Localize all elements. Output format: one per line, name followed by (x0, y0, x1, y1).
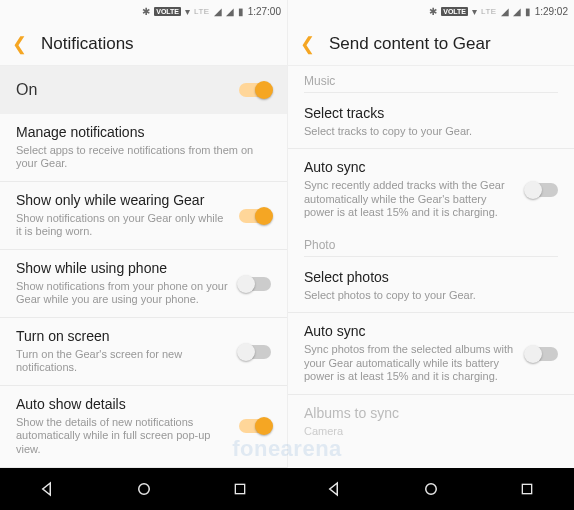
svg-point-2 (426, 484, 437, 495)
nav-recent-icon[interactable] (519, 481, 535, 497)
nav-home-icon[interactable] (422, 480, 440, 498)
signal-icon: ◢ (226, 6, 234, 17)
svg-rect-1 (235, 484, 244, 493)
item-desc: Camera (304, 425, 558, 439)
back-icon[interactable]: ❮ (300, 35, 315, 53)
signal-icon: ◢ (501, 6, 509, 17)
app-header: ❮ Send content to Gear (288, 22, 574, 66)
item-title: Select photos (304, 269, 558, 287)
master-toggle[interactable] (239, 83, 271, 97)
item-title: Auto show details (16, 396, 229, 414)
item-title: Select tracks (304, 105, 558, 123)
clock: 1:29:02 (535, 6, 568, 17)
item-show-while-wearing[interactable]: Show only while wearing Gear Show notifi… (0, 181, 287, 249)
nav-back-icon[interactable] (39, 480, 57, 498)
toggle-photo-autosync[interactable] (526, 347, 558, 361)
wifi-icon: ▾ (472, 6, 477, 17)
status-bar: ✱ VOLTE ▾ LTE ◢ ◢ ▮ 1:29:02 (288, 0, 574, 22)
volte-badge: VOLTE (154, 7, 181, 16)
volte-badge: VOLTE (441, 7, 468, 16)
android-navbar (0, 468, 574, 510)
lte-label: LTE (194, 7, 210, 16)
signal-icon: ◢ (513, 6, 521, 17)
toggle-show-while-wearing[interactable] (239, 209, 271, 223)
toggle-turn-on-screen[interactable] (239, 345, 271, 359)
clock: 1:27:00 (248, 6, 281, 17)
toggle-music-autosync[interactable] (526, 183, 558, 197)
item-music-autosync[interactable]: Auto sync Sync recently added tracks wit… (288, 148, 574, 230)
item-turn-on-screen[interactable]: Turn on screen Turn on the Gear's screen… (0, 317, 287, 385)
toggle-show-while-phone[interactable] (239, 277, 271, 291)
section-photo-label: Photo (288, 230, 574, 256)
signal-icon: ◢ (214, 6, 222, 17)
content-area: On Manage notifications Select apps to r… (0, 66, 287, 493)
item-title: Auto sync (304, 323, 516, 341)
divider (304, 92, 558, 93)
item-title: Albums to sync (304, 405, 558, 423)
item-title: Show while using phone (16, 260, 229, 278)
toggle-auto-show-details[interactable] (239, 419, 271, 433)
svg-rect-3 (522, 484, 531, 493)
item-desc: Turn on the Gear's screen for new notifi… (16, 348, 229, 376)
nav-recent-icon[interactable] (232, 481, 248, 497)
item-title: Auto sync (304, 159, 516, 177)
section-music-label: Music (288, 66, 574, 92)
screen-notifications: ✱ VOLTE ▾ LTE ◢ ◢ ▮ 1:27:00 ❮ Notificati… (0, 0, 287, 493)
item-show-while-phone[interactable]: Show while using phone Show notification… (0, 249, 287, 317)
item-select-tracks[interactable]: Select tracks Select tracks to copy to y… (288, 95, 574, 148)
master-toggle-row[interactable]: On (0, 66, 287, 114)
bluetooth-icon: ✱ (429, 6, 437, 17)
item-desc: Select photos to copy to your Gear. (304, 289, 558, 303)
item-photo-autosync[interactable]: Auto sync Sync photos from the selected … (288, 312, 574, 394)
back-icon[interactable]: ❮ (12, 35, 27, 53)
item-select-photos[interactable]: Select photos Select photos to copy to y… (288, 259, 574, 312)
battery-icon: ▮ (238, 6, 244, 17)
item-desc: Sync photos from the selected albums wit… (304, 343, 516, 384)
svg-point-0 (139, 484, 150, 495)
screen-send-content: ✱ VOLTE ▾ LTE ◢ ◢ ▮ 1:29:02 ❮ Send conte… (287, 0, 574, 493)
divider (304, 256, 558, 257)
wifi-icon: ▾ (185, 6, 190, 17)
nav-home-icon[interactable] (135, 480, 153, 498)
item-title: Manage notifications (16, 124, 271, 142)
item-manage-notifications[interactable]: Manage notifications Select apps to rece… (0, 114, 287, 181)
battery-icon: ▮ (525, 6, 531, 17)
nav-back-icon[interactable] (326, 480, 344, 498)
app-header: ❮ Notifications (0, 22, 287, 66)
item-albums-to-sync: Albums to sync Camera (288, 394, 574, 448)
item-desc: Show notifications from your phone on yo… (16, 280, 229, 308)
item-desc: Show notifications on your Gear only whi… (16, 212, 229, 240)
content-area: Music Select tracks Select tracks to cop… (288, 66, 574, 493)
item-desc: Sync recently added tracks with the Gear… (304, 179, 516, 220)
item-desc: Select apps to receive notifications fro… (16, 144, 271, 172)
bluetooth-icon: ✱ (142, 6, 150, 17)
master-toggle-label: On (16, 81, 37, 99)
page-title: Notifications (41, 34, 134, 54)
item-desc: Select tracks to copy to your Gear. (304, 125, 558, 139)
item-auto-show-details[interactable]: Auto show details Show the details of ne… (0, 385, 287, 467)
lte-label: LTE (481, 7, 497, 16)
item-title: Turn on screen (16, 328, 229, 346)
status-bar: ✱ VOLTE ▾ LTE ◢ ◢ ▮ 1:27:00 (0, 0, 287, 22)
item-desc: Show the details of new notifications au… (16, 416, 229, 457)
page-title: Send content to Gear (329, 34, 491, 54)
item-title: Show only while wearing Gear (16, 192, 229, 210)
